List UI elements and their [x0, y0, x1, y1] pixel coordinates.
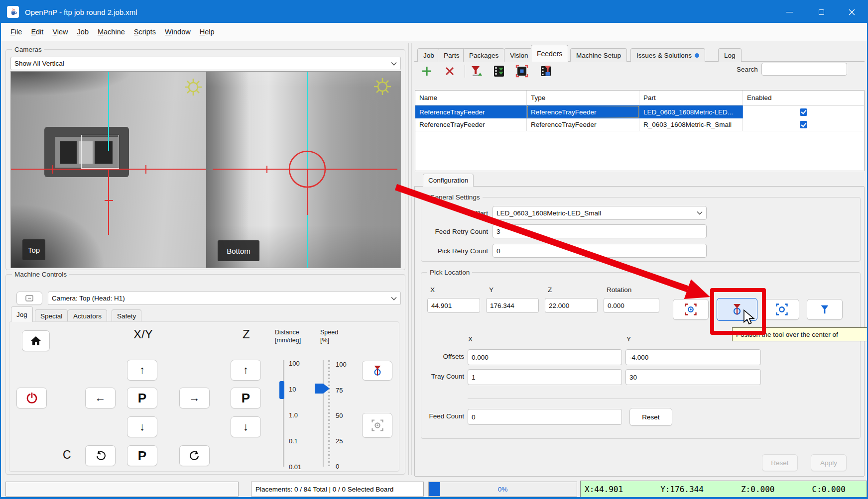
- add-feeder-button[interactable]: [419, 64, 434, 79]
- tab-packages[interactable]: Packages: [463, 48, 504, 62]
- offsets-x-header: X: [468, 335, 473, 343]
- position-nozzle-button[interactable]: [362, 361, 392, 381]
- enabled-checkbox[interactable]: [800, 108, 807, 116]
- show-part-in-camera-button[interactable]: [514, 64, 529, 79]
- jog-x-minus-button[interactable]: ←: [85, 388, 116, 408]
- collapse-jog-button[interactable]: [16, 292, 42, 305]
- arrow-right-icon: →: [189, 392, 200, 404]
- panel-splitter[interactable]: [408, 43, 409, 475]
- jog-z-plus-button[interactable]: ↑: [231, 360, 261, 381]
- reset-button[interactable]: Reset: [762, 454, 798, 471]
- delete-feeder-button[interactable]: [442, 64, 457, 79]
- pick-rotation-input[interactable]: 0.000: [604, 298, 659, 313]
- pick-y-input[interactable]: 176.344: [486, 298, 539, 313]
- plus-icon: [421, 65, 433, 77]
- tab-job[interactable]: Job: [417, 48, 440, 62]
- jog-x-plus-button[interactable]: →: [179, 388, 210, 408]
- nozzle-icon: [372, 365, 383, 377]
- menu-help[interactable]: Help: [195, 25, 219, 39]
- cell-type: ReferenceTrayFeeder: [527, 118, 639, 131]
- menu-file[interactable]: File: [6, 25, 26, 39]
- column-header-part[interactable]: Part: [639, 91, 743, 105]
- move-tool-to-location-button[interactable]: [807, 299, 843, 320]
- tab-issues-solutions[interactable]: Issues & Solutions: [630, 48, 705, 62]
- home-button[interactable]: [22, 330, 50, 351]
- minimize-button[interactable]: [774, 1, 805, 23]
- position-z-button[interactable]: P: [231, 388, 261, 408]
- jog-device-selector[interactable]: Camera: Top (Head: H1): [48, 292, 401, 305]
- camera-display[interactable]: Top Bottom: [10, 71, 401, 268]
- pick-from-feeder-button[interactable]: [538, 64, 553, 79]
- menu-job[interactable]: Job: [73, 25, 93, 39]
- capture-camera-icon: [372, 419, 383, 431]
- distance-slider-handle[interactable]: [279, 381, 284, 399]
- search-input[interactable]: [761, 63, 847, 76]
- pick-location-title: Pick Location: [427, 269, 472, 276]
- part-label: Part: [414, 209, 488, 217]
- feeder-advance-icon: [493, 65, 505, 78]
- jog-c-ccw-button[interactable]: [85, 445, 116, 466]
- feed-and-post-pick-button[interactable]: [492, 64, 506, 79]
- feeder-pick-icon: [539, 65, 552, 78]
- speed-slider-track[interactable]: [323, 360, 324, 467]
- column-header-type[interactable]: Type: [527, 91, 639, 105]
- pick-retry-count-input[interactable]: 0: [493, 244, 707, 258]
- menu-window[interactable]: Window: [160, 25, 195, 39]
- maximize-button[interactable]: [806, 1, 837, 23]
- table-row[interactable]: ReferenceTrayFeeder ReferenceTrayFeeder …: [415, 118, 864, 131]
- cell-enabled[interactable]: [743, 118, 864, 131]
- tray-count-y-input[interactable]: 30: [625, 369, 761, 385]
- distance-slider-track[interactable]: [283, 360, 284, 467]
- capture-camera-disabled-button[interactable]: [362, 413, 392, 438]
- tab-safety[interactable]: Safety: [112, 309, 141, 322]
- apply-button[interactable]: Apply: [811, 454, 847, 471]
- offsets-label: Offsets: [414, 353, 464, 360]
- tab-feeders[interactable]: Feeders: [531, 45, 568, 62]
- tab-actuators[interactable]: Actuators: [68, 309, 107, 322]
- camera-view-selector[interactable]: Show All Vertical: [10, 57, 401, 70]
- offsets-x-input[interactable]: 0.000: [468, 349, 622, 365]
- jog-z-minus-button[interactable]: ↓: [231, 416, 261, 437]
- menu-edit[interactable]: Edit: [26, 25, 48, 39]
- enabled-checkbox[interactable]: [800, 121, 807, 128]
- pick-x-input[interactable]: 44.901: [427, 298, 480, 313]
- part-combobox[interactable]: LED_0603_1608Metric-LED_Small: [493, 206, 707, 220]
- feed-retry-count-input[interactable]: 3: [493, 224, 707, 238]
- tab-parts[interactable]: Parts: [438, 48, 466, 62]
- feed-feeder-button[interactable]: [469, 64, 484, 79]
- power-button[interactable]: [16, 388, 47, 408]
- tab-machine-setup[interactable]: Machine Setup: [570, 48, 627, 62]
- tab-log[interactable]: Log: [718, 48, 742, 62]
- tab-special[interactable]: Special: [35, 309, 68, 322]
- position-xy-button[interactable]: P: [127, 388, 157, 408]
- delete-x-icon: [445, 66, 455, 76]
- cell-enabled[interactable]: [743, 105, 864, 118]
- feed-count-input[interactable]: 0: [468, 409, 622, 425]
- menu-scripts[interactable]: Scripts: [129, 25, 160, 39]
- offsets-y-input[interactable]: -4.000: [625, 349, 761, 365]
- table-row[interactable]: ReferenceTrayFeeder ReferenceTrayFeeder …: [415, 105, 864, 118]
- placements-status: Placements: 0 / 84 Total | 0 / 0 Selecte…: [251, 482, 424, 497]
- tab-vision[interactable]: Vision: [504, 48, 534, 62]
- tab-configuration[interactable]: Configuration: [423, 174, 474, 187]
- position-c-button[interactable]: P: [127, 445, 157, 466]
- jog-y-plus-button[interactable]: ↑: [127, 360, 157, 381]
- menu-view[interactable]: View: [48, 25, 72, 39]
- speed-slider-handle[interactable]: [315, 383, 331, 395]
- capture-camera-location-button[interactable]: [673, 299, 709, 320]
- menu-machine[interactable]: Machine: [93, 25, 129, 39]
- window-title: OpenPnP - ftp job round 2.job.xml: [25, 8, 137, 16]
- column-header-name[interactable]: Name: [415, 91, 527, 105]
- jog-c-cw-button[interactable]: [179, 445, 210, 466]
- pick-z-input[interactable]: 22.000: [545, 298, 598, 313]
- move-camera-to-location-button[interactable]: [764, 299, 799, 320]
- feed-count-reset-button[interactable]: Reset: [629, 408, 672, 426]
- feed-funnel-icon: [470, 65, 483, 78]
- search-label: Search: [737, 66, 758, 73]
- jog-y-minus-button[interactable]: ↓: [127, 416, 157, 437]
- column-header-enabled[interactable]: Enabled: [743, 91, 864, 105]
- close-button[interactable]: [836, 1, 868, 23]
- dro-c: C:0.000: [812, 485, 846, 494]
- tray-count-x-input[interactable]: 1: [468, 369, 622, 385]
- tab-jog[interactable]: Jog: [11, 306, 33, 322]
